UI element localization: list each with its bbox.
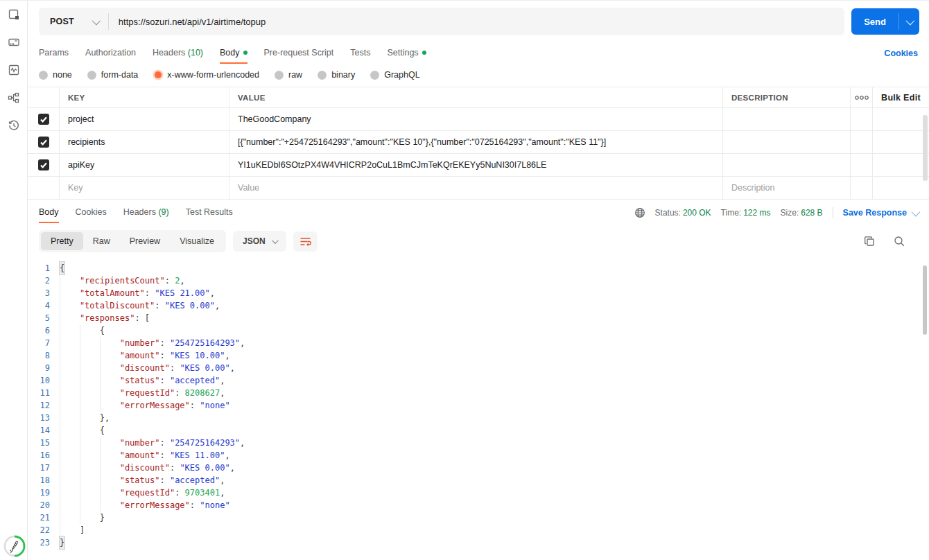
key-cell[interactable]: apiKey (60, 154, 229, 176)
key-cell[interactable]: project (60, 108, 229, 130)
value-cell[interactable]: YI1uKEDbI6SOtzPX4W4VHICRP2oCuL1BmCJmTeKQ… (229, 154, 723, 176)
indent-guide (100, 437, 120, 449)
code-token: 2 (175, 274, 180, 287)
chevron-down-icon (272, 237, 279, 244)
body-mode-x-www-form-urlencoded[interactable]: x-www-form-urlencoded (153, 70, 259, 80)
tab-settings[interactable]: Settings (387, 42, 426, 65)
tab-count: (10) (188, 48, 203, 58)
send-options-caret[interactable] (899, 8, 919, 35)
code-line: 3"totalAmount": "KES 21.00", (28, 287, 929, 299)
value-cell[interactable]: [{"number":"+254725164293","amount":"KES… (229, 131, 723, 153)
code-line: 6{ (28, 324, 929, 337)
body-mode-graphql[interactable]: GraphQL (370, 70, 419, 80)
response-tab-test-results[interactable]: Test Results (186, 201, 233, 225)
row-checkbox-cell (28, 108, 60, 130)
response-body-viewer[interactable]: 1{2"recipientsCount": 2,3"totalAmount": … (28, 259, 929, 560)
response-tab-cookies[interactable]: Cookies (76, 201, 107, 225)
wrap-lines-button[interactable] (293, 231, 318, 252)
tab-tests[interactable]: Tests (350, 42, 370, 65)
code-content: "requestId": 8208627, (60, 387, 225, 399)
placeholder-checkbox-cell (28, 177, 60, 199)
indent-guide (60, 449, 80, 462)
checkbox-checked[interactable] (38, 137, 49, 148)
indent-guide (60, 524, 80, 536)
indent-guide (60, 412, 80, 424)
description-input[interactable]: Description (723, 177, 851, 199)
body-mode-none[interactable]: none (39, 70, 72, 80)
more-actions-button[interactable] (851, 87, 873, 107)
checkbox-checked[interactable] (38, 159, 49, 170)
code-token: : (159, 337, 169, 349)
environments-icon[interactable] (0, 28, 28, 56)
view-tab-raw[interactable]: Raw (83, 232, 120, 250)
indent-guide (80, 474, 100, 487)
code-content: { (60, 424, 105, 437)
url-input[interactable]: https://sozuri.net/api/v1/airtime/topup (109, 17, 275, 27)
description-cell[interactable] (723, 131, 851, 153)
tab-authorization[interactable]: Authorization (85, 42, 136, 65)
response-tab-body[interactable]: Body (39, 201, 59, 225)
value-input[interactable]: Value (229, 177, 723, 199)
request-bar: POST https://sozuri.net/api/v1/airtime/t… (28, 1, 929, 41)
tab-params[interactable]: Params (39, 42, 69, 65)
urlencoded-table: KEY VALUE DESCRIPTION Bulk Edit projectT… (28, 87, 929, 200)
code-content: "discount": "KES 0.00", (60, 362, 235, 374)
code-token: , (220, 387, 225, 399)
send-button-label[interactable]: Send (851, 8, 898, 35)
time-badge: Time:122 ms (721, 208, 771, 218)
left-sidebar (0, 1, 28, 560)
radio-icon (39, 71, 48, 80)
table-scrollbar[interactable] (923, 115, 928, 181)
collections-icon[interactable] (0, 1, 28, 28)
bulk-edit-button[interactable]: Bulk Edit (873, 87, 929, 107)
view-tab-pretty[interactable]: Pretty (41, 232, 83, 250)
view-tab-preview[interactable]: Preview (120, 232, 170, 250)
search-icon[interactable] (894, 236, 905, 247)
checkbox-checked[interactable] (38, 114, 49, 125)
format-select[interactable]: JSON (233, 231, 286, 252)
indent-guide (60, 349, 80, 362)
response-header: BodyCookiesHeaders (9)Test Results Statu… (28, 201, 929, 225)
response-scrollbar[interactable] (923, 265, 927, 335)
code-token: 8208627 (185, 387, 220, 399)
monitor-icon[interactable] (0, 56, 28, 84)
code-token: "discount" (120, 462, 170, 474)
response-meta: Status:200 OK Time:122 ms Size:628 B Sav… (634, 207, 918, 218)
code-token: "number" (120, 437, 160, 449)
code-content: } (60, 536, 64, 549)
save-response-button[interactable]: Save Response (843, 208, 918, 218)
body-mode-raw[interactable]: raw (275, 70, 302, 80)
bootcamp-rocket-icon[interactable] (3, 535, 26, 557)
cookies-link[interactable]: Cookies (884, 49, 918, 58)
ellipsis-icon (855, 94, 869, 102)
key-cell[interactable]: recipients (60, 131, 229, 153)
globe-icon (634, 207, 645, 218)
line-number: 3 (28, 287, 60, 299)
code-line: 2"recipientsCount": 2, (28, 274, 929, 287)
body-mode-binary[interactable]: binary (318, 70, 355, 80)
key-input[interactable]: Key (60, 177, 229, 199)
indent-guide (60, 337, 80, 349)
body-mode-form-data[interactable]: form-data (87, 70, 139, 80)
view-tab-visualize[interactable]: Visualize (170, 232, 224, 250)
description-cell[interactable] (723, 154, 851, 176)
tab-body[interactable]: Body (220, 42, 248, 65)
code-content: "status": "accepted", (60, 474, 225, 487)
send-button[interactable]: Send (851, 8, 919, 35)
line-number: 14 (28, 424, 60, 437)
code-token: }, (100, 412, 110, 424)
tab-headers[interactable]: Headers (10) (153, 42, 203, 65)
code-content: "status": "accepted", (60, 374, 225, 387)
code-line: 4"totalDiscount": "KES 0.00", (28, 299, 929, 312)
history-icon[interactable] (0, 112, 28, 139)
copy-icon[interactable] (864, 236, 876, 247)
method-select[interactable]: POST (39, 17, 108, 26)
description-cell[interactable] (723, 108, 851, 130)
indent-guide (80, 462, 100, 474)
value-cell[interactable]: TheGoodCompany (229, 108, 723, 130)
flows-icon[interactable] (0, 84, 28, 112)
method-label: POST (50, 17, 74, 26)
response-tab-headers[interactable]: Headers (9) (123, 201, 169, 225)
tab-pre-request-script[interactable]: Pre-request Script (264, 42, 334, 65)
line-number: 2 (28, 274, 60, 287)
